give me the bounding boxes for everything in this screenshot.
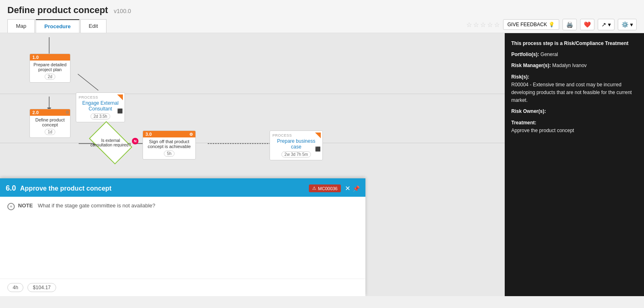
feedback-button[interactable]: GIVE FEEDBACK 💡: [503, 19, 560, 30]
step-detail-close-button[interactable]: ✕: [345, 184, 350, 192]
node-1[interactable]: 1.0 Prepare detailed project plan 2d: [29, 54, 70, 83]
node-3-time: 5h: [164, 151, 174, 157]
treatment-value: Approve the product concept: [511, 128, 574, 133]
node-2-header: 2.0: [30, 109, 70, 116]
note-line: + NOTE What if the stage gate committee …: [7, 202, 358, 210]
node-3-header: 3.0 ⚙: [143, 131, 195, 137]
gear-badge-2: ⚙: [66, 110, 69, 115]
mc-code: MC00036: [318, 186, 338, 191]
step-detail-pin-button[interactable]: 📌: [353, 185, 360, 192]
share-button[interactable]: ↗ ▾: [598, 19, 615, 30]
process-time-1: 2d 3.5h: [91, 113, 110, 119]
cost-badge: $104.17: [27, 283, 56, 292]
link-icon-2: ⬛: [315, 146, 321, 152]
link-icon-1: ⬛: [117, 108, 123, 114]
star-2[interactable]: ☆: [473, 21, 479, 29]
risk-value: R00004 - Extensive time and cost may be …: [511, 82, 632, 103]
diamond-node[interactable]: Is external consultation required? N: [86, 126, 135, 163]
risk-manager-label: Risk Manager(s):: [511, 63, 551, 68]
process-name-1[interactable]: Engage External Consultant: [79, 100, 122, 112]
svg-line-12: [78, 74, 98, 90]
process-label-2: PROCESS: [272, 133, 320, 137]
treatment-label: Treatment:: [511, 120, 536, 126]
page-title: Define product concept v100.0: [7, 5, 637, 16]
tabs: Map Procedure Edit: [7, 19, 107, 33]
star-4[interactable]: ☆: [487, 21, 493, 29]
process-label-1: PROCESS: [79, 95, 122, 99]
page-header: Define product concept v100.0 Map Proced…: [0, 0, 644, 33]
tabs-bar: Map Procedure Edit ☆ ☆ ☆ ☆ ☆ GIVE FEEDBA…: [7, 19, 637, 33]
tab-map[interactable]: Map: [7, 19, 35, 33]
feedback-label: GIVE FEEDBACK: [508, 22, 547, 27]
toolbar-right: ☆ ☆ ☆ ☆ ☆ GIVE FEEDBACK 💡 🖨️ ❤️ ↗ ▾ ⚙️ ▾: [466, 19, 637, 33]
main-area: 1.0 Prepare detailed project plan 2d PRO…: [0, 33, 644, 296]
step-title: Approve the product concept: [20, 185, 111, 192]
step-detail-panel: 6.0 Approve the product concept ⚠ MC0003…: [0, 178, 365, 296]
time-badge: 4h: [7, 283, 23, 292]
risk-manager-value: Madalyn Ivanov: [552, 63, 587, 68]
node-3[interactable]: 3.0 ⚙ Sign off that product concept is a…: [143, 130, 196, 160]
node-1-header: 1.0: [30, 54, 70, 61]
risks-label: Risk(s):: [511, 74, 529, 80]
node-1-time: 2d: [45, 74, 55, 80]
lightbulb-icon: 💡: [549, 22, 555, 27]
favorite-button[interactable]: ❤️: [580, 19, 594, 30]
portfolio-label: Portfolio(s):: [511, 52, 539, 57]
process-node-1[interactable]: PROCESS Engage External Consultant 2d 3.…: [76, 92, 125, 122]
note-label: NOTE: [18, 202, 33, 209]
star-rating[interactable]: ☆ ☆ ☆ ☆ ☆: [466, 21, 500, 29]
mc-badge[interactable]: ⚠ MC00036: [309, 184, 341, 192]
portfolio-value: General: [540, 52, 558, 57]
tab-edit[interactable]: Edit: [80, 19, 107, 33]
node-2[interactable]: 2.0 ⚙ Define product concept 1d: [29, 109, 70, 138]
diamond-n-badge: N: [132, 138, 138, 144]
step-number: 6.0: [6, 184, 16, 193]
step-detail-footer: 4h $104.17: [0, 279, 365, 296]
star-5[interactable]: ☆: [494, 21, 500, 29]
risk-intro: This process step is a Risk/Compliance T…: [511, 40, 628, 46]
version-label: v100.0: [114, 8, 131, 14]
process-node-2[interactable]: PROCESS Prepare business case 2w 3d 7h 5…: [270, 130, 323, 160]
risk-owner-label: Risk Owner(s):: [511, 108, 546, 114]
star-3[interactable]: ☆: [480, 21, 486, 29]
step-detail-header: 6.0 Approve the product concept ⚠ MC0003…: [0, 180, 365, 197]
node-2-title: Define product concept: [32, 117, 68, 127]
note-text: What if the stage gate committee is not …: [38, 202, 155, 209]
node-3-title: Sign off that product concept is achieva…: [145, 139, 193, 149]
star-1[interactable]: ☆: [466, 21, 472, 29]
print-button[interactable]: 🖨️: [562, 19, 577, 30]
diamond-text: Is external consultation required?: [86, 126, 135, 159]
process-name-2[interactable]: Prepare business case: [272, 138, 320, 150]
node-2-time: 1d: [45, 129, 55, 135]
settings-button[interactable]: ⚙️ ▾: [618, 19, 637, 30]
note-add-icon[interactable]: +: [7, 203, 15, 210]
node-1-title: Prepare detailed project plan: [32, 62, 68, 72]
tab-procedure[interactable]: Procedure: [36, 19, 79, 33]
process-canvas[interactable]: 1.0 Prepare detailed project plan 2d PRO…: [0, 33, 505, 296]
swimlane-divider-2: [0, 143, 505, 143]
warning-triangle-icon: ⚠: [312, 186, 316, 191]
process-time-2: 2w 3d 7h 5m: [281, 151, 311, 157]
risk-panel: This process step is a Risk/Compliance T…: [505, 33, 644, 296]
step-detail-body: + NOTE What if the stage gate committee …: [0, 197, 365, 279]
